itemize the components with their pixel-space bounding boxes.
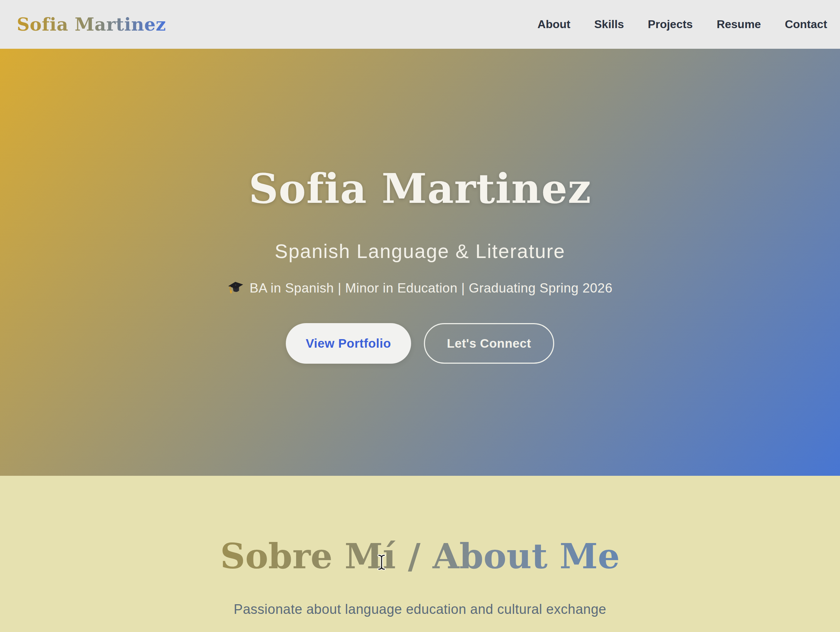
view-portfolio-button[interactable]: View Portfolio [286,323,411,364]
nav-link-contact[interactable]: Contact [785,18,827,31]
hero-buttons: View Portfolio Let's Connect [286,323,554,364]
main-nav: About Skills Projects Resume Contact [537,18,827,31]
nav-link-projects[interactable]: Projects [648,18,693,31]
hero-subtitle: Spanish Language & Literature [275,240,565,263]
hero-education-line: BA in Spanish | Minor in Education | Gra… [227,281,613,296]
lets-connect-button[interactable]: Let's Connect [424,323,554,364]
about-heading: Sobre Mí / About Me [220,538,620,575]
about-section: Sobre Mí / About Me Passionate about lan… [0,476,840,632]
nav-link-about[interactable]: About [537,18,570,31]
hero-education-text: BA in Spanish | Minor in Education | Gra… [249,281,613,296]
hero-section: Sofia Martinez Spanish Language & Litera… [0,49,840,476]
header: Sofia Martinez About Skills Projects Res… [0,0,840,49]
nav-link-resume[interactable]: Resume [717,18,761,31]
about-tagline: Passionate about language education and … [0,602,840,617]
hero-title: Sofia Martinez [249,166,592,211]
brand-logo[interactable]: Sofia Martinez [17,14,166,35]
nav-link-skills[interactable]: Skills [594,18,624,31]
graduation-cap-icon [227,281,245,296]
